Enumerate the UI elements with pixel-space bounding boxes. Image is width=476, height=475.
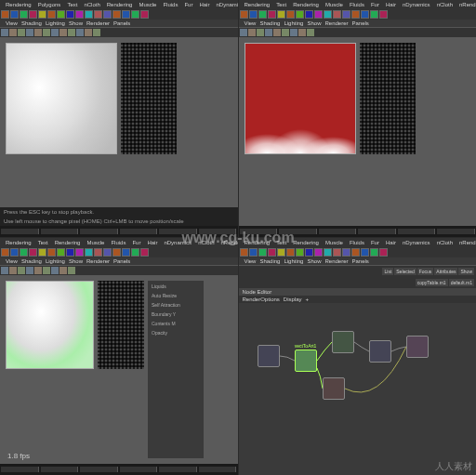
vp-menu-item[interactable]: Show xyxy=(69,20,83,26)
menu-item[interactable]: Text xyxy=(65,1,79,8)
shelf-tool-icon[interactable] xyxy=(20,248,28,257)
menu-item[interactable]: Muscle xyxy=(85,239,106,246)
shelf-tool-icon[interactable] xyxy=(258,248,267,257)
shelf-tool-icon[interactable] xyxy=(305,10,313,19)
shelf-tool-icon[interactable] xyxy=(324,10,332,19)
menu-item[interactable]: Rendering xyxy=(291,1,321,8)
vp-menu-item[interactable]: Show xyxy=(69,258,83,264)
shelf-tool-icon[interactable] xyxy=(112,248,121,257)
timeline[interactable] xyxy=(0,226,238,237)
shelf-tool-icon[interactable] xyxy=(286,248,295,257)
menu-item[interactable]: nCloth xyxy=(435,1,455,8)
viewport-tool-icon[interactable] xyxy=(43,29,50,36)
viewport-tool-icon[interactable] xyxy=(1,267,8,274)
shelf-tool-icon[interactable] xyxy=(122,10,130,19)
viewport-tool-icon[interactable] xyxy=(60,267,67,274)
vp-menu-item[interactable]: Shading xyxy=(21,258,42,264)
shelf-tool-icon[interactable] xyxy=(361,248,369,257)
viewport-tool-icon[interactable] xyxy=(26,29,33,36)
menu-item[interactable]: nRender xyxy=(457,1,476,8)
shelf-tool-icon[interactable] xyxy=(103,10,112,19)
shelf-tool-icon[interactable] xyxy=(314,248,323,257)
shelf-tool-icon[interactable] xyxy=(351,10,360,19)
vp-menu-item[interactable]: Show xyxy=(307,258,321,264)
menu-item[interactable]: Muscle xyxy=(137,1,158,8)
ne-menu-item[interactable]: RenderOptions xyxy=(243,297,280,302)
menu-item[interactable]: nDynamics xyxy=(214,1,237,8)
vp-menu-item[interactable]: Shading xyxy=(259,258,280,264)
viewport-tool-icon[interactable] xyxy=(9,29,17,36)
viewport-tool-icon[interactable] xyxy=(93,29,100,36)
menu-item[interactable]: Hair xyxy=(197,1,211,8)
tab-button[interactable]: Selected xyxy=(394,268,416,275)
shelf-tool-icon[interactable] xyxy=(314,10,323,19)
shader-node[interactable] xyxy=(258,345,280,367)
viewport-tool-icon[interactable] xyxy=(273,29,281,36)
tab-button[interactable]: Show xyxy=(458,268,474,275)
vp-menu-item[interactable]: View xyxy=(6,258,18,264)
shelf-tool-icon[interactable] xyxy=(57,10,65,19)
viewport-tool-icon[interactable] xyxy=(34,29,42,36)
viewport[interactable]: Liquids Auto Resize Self Attraction Boun… xyxy=(0,275,238,464)
shelf-tool-icon[interactable] xyxy=(131,248,139,257)
shelf-tool-icon[interactable] xyxy=(296,248,304,257)
viewport-tool-icon[interactable] xyxy=(298,29,306,36)
shelf-tool-icon[interactable] xyxy=(249,248,258,257)
shelf-tool-icon[interactable] xyxy=(342,248,350,257)
viewport-tool-icon[interactable] xyxy=(307,29,314,36)
menu-item[interactable]: nDynamics xyxy=(401,1,432,8)
menu-item[interactable]: Rendering xyxy=(4,239,33,246)
vp-menu-item[interactable]: View xyxy=(6,20,18,26)
vp-menu-item[interactable]: Lighting xyxy=(284,258,303,264)
shelf-tool-icon[interactable] xyxy=(38,10,46,19)
vp-menu-item[interactable]: Lighting xyxy=(46,258,65,264)
menu-item[interactable]: nCloth xyxy=(435,239,455,246)
shelf-tool-icon[interactable] xyxy=(296,10,304,19)
viewport-tool-icon[interactable] xyxy=(26,267,33,274)
menu-item[interactable]: Text xyxy=(274,1,288,8)
shelf-tool-icon[interactable] xyxy=(277,248,285,257)
shelf-tool-icon[interactable] xyxy=(29,10,37,19)
menu-item[interactable]: Rendering xyxy=(243,1,272,8)
viewport-tool-icon[interactable] xyxy=(248,29,256,36)
vp-menu-item[interactable]: View xyxy=(245,20,257,26)
vp-menu-item[interactable]: Renderer xyxy=(324,258,348,264)
shelf-tool-icon[interactable] xyxy=(277,10,285,19)
menu-item[interactable]: nCloth xyxy=(82,1,101,8)
shelf-tool-icon[interactable] xyxy=(94,10,102,19)
viewport[interactable] xyxy=(0,37,238,207)
ne-menu-item[interactable]: Display xyxy=(284,297,302,302)
shelf-tool-icon[interactable] xyxy=(361,10,369,19)
viewport-tool-icon[interactable] xyxy=(282,29,289,36)
vp-menu-item[interactable]: Renderer xyxy=(324,20,348,26)
menu-item[interactable]: Rendering xyxy=(105,1,135,8)
shelf-tool-icon[interactable] xyxy=(47,10,56,19)
shelf-tool-icon[interactable] xyxy=(258,10,267,19)
shader-node-selected[interactable]: vectToArt1 xyxy=(295,350,317,372)
ne-menu-item[interactable]: + xyxy=(306,297,310,302)
viewport-tool-icon[interactable] xyxy=(265,29,272,36)
tab-button[interactable]: Focus xyxy=(417,268,434,275)
shelf-tool-icon[interactable] xyxy=(268,248,276,257)
vp-menu-item[interactable]: Renderer xyxy=(86,258,110,264)
menu-item[interactable]: Polygons xyxy=(36,1,63,8)
menu-item[interactable]: Muscle xyxy=(324,239,345,246)
menu-item[interactable]: Hair xyxy=(384,1,398,8)
shelf-tool-icon[interactable] xyxy=(85,10,93,19)
menu-item[interactable]: Fur xyxy=(130,239,142,246)
shelf-tool-icon[interactable] xyxy=(66,248,74,257)
menu-item[interactable]: nDynamics xyxy=(401,239,432,246)
menu-item[interactable]: Hair xyxy=(384,239,398,246)
shelf-tool-icon[interactable] xyxy=(20,10,28,19)
menu-item[interactable]: nRender xyxy=(218,239,237,246)
shelf-tool-icon[interactable] xyxy=(75,248,84,257)
tab-button[interactable]: copyTable.m1 xyxy=(416,279,448,286)
vp-menu-item[interactable]: Panels xyxy=(352,258,369,264)
shelf-tool-icon[interactable] xyxy=(351,248,360,257)
shelf-tool-icon[interactable] xyxy=(75,10,84,19)
viewport-tool-icon[interactable] xyxy=(9,267,17,274)
node-editor-canvas[interactable]: vectToArt1 xyxy=(239,303,477,475)
shelf-tool-icon[interactable] xyxy=(286,10,295,19)
shelf-tool-icon[interactable] xyxy=(342,10,350,19)
shader-node[interactable] xyxy=(369,340,391,363)
